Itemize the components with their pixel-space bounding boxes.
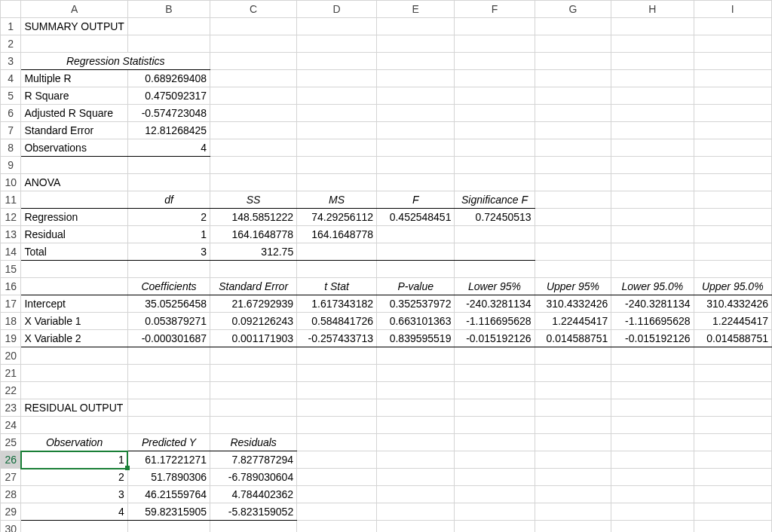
row-header-4[interactable]: 4 bbox=[1, 70, 21, 87]
cell-E22[interactable] bbox=[377, 382, 455, 399]
cell-A24[interactable] bbox=[21, 417, 128, 434]
cell-E20[interactable] bbox=[377, 347, 455, 365]
cell-E23[interactable] bbox=[377, 399, 455, 417]
cell-B29[interactable]: 59.82315905 bbox=[127, 503, 210, 521]
cell-A3[interactable]: Regression Statistics bbox=[21, 53, 210, 70]
cell-D29[interactable] bbox=[297, 503, 377, 521]
cell-H5[interactable] bbox=[611, 87, 694, 105]
cell-E6[interactable] bbox=[377, 105, 455, 122]
row-header-13[interactable]: 13 bbox=[1, 226, 21, 243]
row-header-15[interactable]: 15 bbox=[1, 261, 21, 278]
cell-D25[interactable] bbox=[297, 434, 377, 451]
cell-E17[interactable]: 0.352537972 bbox=[377, 295, 455, 313]
cell-D26[interactable] bbox=[297, 451, 377, 469]
cell-B4[interactable]: 0.689269408 bbox=[127, 70, 210, 87]
cell-A10[interactable]: ANOVA bbox=[21, 174, 128, 191]
cell-C14[interactable]: 312.75 bbox=[210, 243, 297, 261]
cell-I27[interactable] bbox=[694, 469, 772, 486]
cell-G14[interactable] bbox=[535, 243, 611, 261]
cell-C5[interactable] bbox=[210, 87, 297, 105]
cell-H29[interactable] bbox=[611, 503, 694, 521]
cell-C20[interactable] bbox=[210, 347, 297, 365]
row-header-30[interactable]: 30 bbox=[1, 521, 21, 533]
cell-F26[interactable] bbox=[455, 451, 535, 469]
row-header-5[interactable]: 5 bbox=[1, 87, 21, 105]
cell-G17[interactable]: 310.4332426 bbox=[535, 295, 611, 313]
cell-G22[interactable] bbox=[535, 382, 611, 399]
cell-I4[interactable] bbox=[694, 70, 772, 87]
cell-H26[interactable] bbox=[611, 451, 694, 469]
cell-F19[interactable]: -0.015192126 bbox=[455, 330, 535, 347]
cell-C3[interactable] bbox=[210, 53, 297, 70]
cell-F25[interactable] bbox=[455, 434, 535, 451]
cell-H21[interactable] bbox=[611, 365, 694, 382]
cell-I6[interactable] bbox=[694, 105, 772, 122]
cell-A15[interactable] bbox=[21, 261, 128, 278]
cell-I14[interactable] bbox=[694, 243, 772, 261]
row-header-10[interactable]: 10 bbox=[1, 174, 21, 191]
cell-B28[interactable]: 46.21559764 bbox=[127, 486, 210, 503]
cell-H23[interactable] bbox=[611, 399, 694, 417]
cell-E24[interactable] bbox=[377, 417, 455, 434]
cell-C17[interactable]: 21.67292939 bbox=[210, 295, 297, 313]
cell-G9[interactable] bbox=[535, 157, 611, 174]
cell-H22[interactable] bbox=[611, 382, 694, 399]
cell-B14[interactable]: 3 bbox=[127, 243, 210, 261]
row-header-1[interactable]: 1 bbox=[1, 18, 21, 35]
cell-A14[interactable]: Total bbox=[21, 243, 128, 261]
row-header-14[interactable]: 14 bbox=[1, 243, 21, 261]
cell-B2[interactable] bbox=[127, 35, 210, 53]
cell-G27[interactable] bbox=[535, 469, 611, 486]
cell-H14[interactable] bbox=[611, 243, 694, 261]
cell-B30[interactable] bbox=[127, 521, 210, 533]
cell-C30[interactable] bbox=[210, 521, 297, 533]
cell-G10[interactable] bbox=[535, 174, 611, 191]
cell-F2[interactable] bbox=[455, 35, 535, 53]
cell-H11[interactable] bbox=[611, 191, 694, 209]
cell-E14[interactable] bbox=[377, 243, 455, 261]
cell-D1[interactable] bbox=[297, 18, 377, 35]
cell-G1[interactable] bbox=[535, 18, 611, 35]
cell-E7[interactable] bbox=[377, 122, 455, 139]
cell-H24[interactable] bbox=[611, 417, 694, 434]
cell-E9[interactable] bbox=[377, 157, 455, 174]
cell-C26[interactable]: 7.827787294 bbox=[210, 451, 297, 469]
cell-A27[interactable]: 2 bbox=[21, 469, 128, 486]
cell-F24[interactable] bbox=[455, 417, 535, 434]
row-header-26[interactable]: 26 bbox=[1, 451, 21, 469]
cell-I28[interactable] bbox=[694, 486, 772, 503]
cell-G26[interactable] bbox=[535, 451, 611, 469]
cell-C15[interactable] bbox=[210, 261, 297, 278]
row-header-18[interactable]: 18 bbox=[1, 313, 21, 330]
row-header-16[interactable]: 16 bbox=[1, 278, 21, 295]
cell-G19[interactable]: 0.014588751 bbox=[535, 330, 611, 347]
row-header-6[interactable]: 6 bbox=[1, 105, 21, 122]
col-header-A[interactable]: A bbox=[21, 1, 128, 18]
cell-F1[interactable] bbox=[455, 18, 535, 35]
cell-B7[interactable]: 12.81268425 bbox=[127, 122, 210, 139]
cell-H20[interactable] bbox=[611, 347, 694, 365]
cell-I25[interactable] bbox=[694, 434, 772, 451]
cell-E28[interactable] bbox=[377, 486, 455, 503]
cell-A4[interactable]: Multiple R bbox=[21, 70, 128, 87]
cell-F11[interactable]: Significance F bbox=[455, 191, 535, 209]
cell-B12[interactable]: 2 bbox=[127, 209, 210, 226]
cell-C16[interactable]: Standard Error bbox=[210, 278, 297, 295]
cell-H7[interactable] bbox=[611, 122, 694, 139]
cell-A30[interactable] bbox=[21, 521, 128, 533]
cell-D23[interactable] bbox=[297, 399, 377, 417]
row-header-17[interactable]: 17 bbox=[1, 295, 21, 313]
cell-C1[interactable] bbox=[210, 18, 297, 35]
cell-H27[interactable] bbox=[611, 469, 694, 486]
cell-B11[interactable]: df bbox=[127, 191, 210, 209]
cell-E26[interactable] bbox=[377, 451, 455, 469]
col-header-F[interactable]: F bbox=[455, 1, 535, 18]
cell-D30[interactable] bbox=[297, 521, 377, 533]
row-header-21[interactable]: 21 bbox=[1, 365, 21, 382]
cell-I11[interactable] bbox=[694, 191, 772, 209]
cell-A28[interactable]: 3 bbox=[21, 486, 128, 503]
cell-A21[interactable] bbox=[21, 365, 128, 382]
cell-F6[interactable] bbox=[455, 105, 535, 122]
cell-F21[interactable] bbox=[455, 365, 535, 382]
row-header-20[interactable]: 20 bbox=[1, 347, 21, 365]
